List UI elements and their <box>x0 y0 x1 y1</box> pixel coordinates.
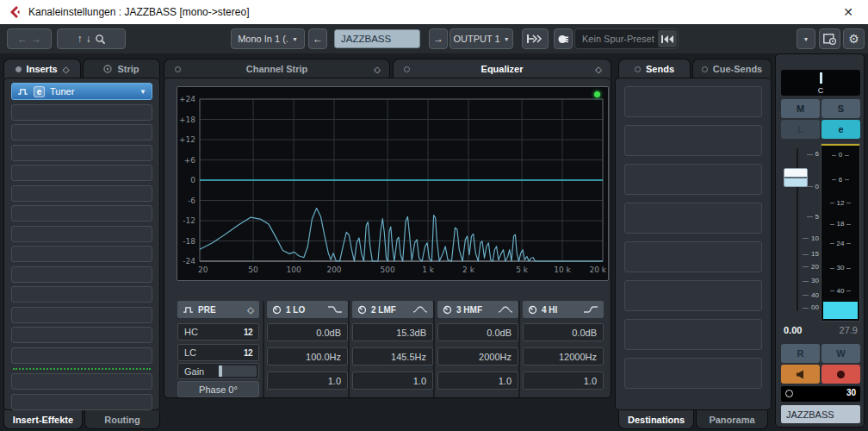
send-slot-empty[interactable] <box>624 319 762 350</box>
eq-band-1-header[interactable]: 1 LO <box>267 301 348 318</box>
insert-slot-empty[interactable] <box>11 205 152 222</box>
insert-slot-empty[interactable] <box>11 165 152 181</box>
send-slot-empty[interactable] <box>624 164 762 195</box>
volume-fader[interactable]: 605101520304000 <box>781 143 819 322</box>
layout-dropdown-button[interactable]: ▼ <box>797 28 815 49</box>
insert-slot-empty[interactable] <box>11 124 152 141</box>
send-slot-empty[interactable] <box>624 358 762 389</box>
eq-band-3-gain[interactable]: 0.0dB <box>437 323 518 341</box>
preset-compare-button[interactable] <box>658 30 677 47</box>
edit-plugin-icon[interactable]: e <box>34 86 45 97</box>
meter-mode-icon[interactable] <box>785 390 793 397</box>
insert-slot-empty[interactable] <box>11 226 152 242</box>
eq-band-4-q[interactable]: 1.0 <box>523 372 604 390</box>
tab-sends[interactable]: Sends <box>618 59 691 78</box>
diamond-icon[interactable]: ◇ <box>595 65 602 74</box>
settings-gear-button[interactable]: ⚙ <box>843 28 865 49</box>
lc-filter-field[interactable]: LC 12 <box>177 344 259 361</box>
eq-graph[interactable]: +24+18+12+60-6-12-18-2420501002005001 k2… <box>177 86 609 281</box>
insert-slot-empty[interactable] <box>11 373 152 390</box>
insert-slot-empty[interactable] <box>11 266 152 283</box>
bell-icon[interactable] <box>412 304 428 315</box>
eq-band-4-gain[interactable]: 0.0dB <box>523 323 604 341</box>
hc-slope-value[interactable]: 12 <box>244 328 252 337</box>
knob-icon[interactable] <box>443 305 452 315</box>
monitor-button[interactable] <box>781 365 820 384</box>
insert-slot-empty[interactable] <box>11 307 152 323</box>
eq-band-2-freq[interactable]: 145.5Hz <box>352 347 433 365</box>
knob-icon[interactable] <box>528 305 537 315</box>
solo-button[interactable]: S <box>822 99 860 118</box>
eq-band-1-q[interactable]: 1.0 <box>267 372 348 390</box>
tab-routing[interactable]: Routing <box>84 410 160 429</box>
high-shelf-icon[interactable] <box>583 304 598 315</box>
insert-slot-empty[interactable] <box>11 327 152 343</box>
edit-channel-button[interactable]: e <box>822 120 860 139</box>
cue-sends-state-icon[interactable] <box>702 66 708 72</box>
eq-band-2-q[interactable]: 1.0 <box>352 372 433 390</box>
channel-name-input[interactable] <box>334 29 420 48</box>
send-slot-empty[interactable] <box>624 241 762 272</box>
channel-nav-group[interactable]: ↑ ↓ <box>57 28 126 49</box>
eq-band-1-freq[interactable]: 100.0Hz <box>267 347 348 365</box>
eq-band-3-freq[interactable]: 2000Hz <box>437 347 518 365</box>
meter-options-bar[interactable]: 30 <box>781 386 860 402</box>
tab-panorama[interactable]: Panorama <box>696 410 768 429</box>
tab-strip[interactable]: Strip <box>83 59 160 78</box>
history-nav-group[interactable]: ← → <box>7 28 52 49</box>
write-automation-button[interactable]: W <box>822 344 860 363</box>
knob-icon[interactable] <box>357 305 367 315</box>
eq-band-3-header[interactable]: 3 HMF <box>437 301 518 318</box>
insert-slot-empty[interactable] <box>11 286 152 303</box>
lc-slope-value[interactable]: 12 <box>244 348 252 358</box>
listen-button[interactable]: L <box>781 120 820 139</box>
eq-band-3-q[interactable]: 1.0 <box>437 372 518 390</box>
diamond-icon[interactable]: ◇ <box>63 65 70 74</box>
chevron-down-icon[interactable]: ▼ <box>140 88 146 96</box>
back-icon[interactable]: ← <box>17 33 28 45</box>
tab-inserts[interactable]: Inserts ◇ <box>3 59 81 78</box>
insert-slot-empty[interactable] <box>11 104 152 121</box>
eq-band-2-gain[interactable]: 15.3dB <box>352 323 433 341</box>
insert-slot-tuner[interactable]: e Tuner ▼ <box>11 83 152 100</box>
send-slot-empty[interactable] <box>624 203 762 234</box>
bypass-icon[interactable] <box>17 88 28 96</box>
pre-header[interactable]: PRE ◇ <box>177 301 259 318</box>
knob-icon[interactable] <box>272 305 282 315</box>
sends-state-icon[interactable] <box>635 66 641 72</box>
track-preset-field[interactable]: Kein Spur-Preset <box>574 28 679 49</box>
direct-routing-button[interactable] <box>522 28 549 49</box>
pre-gain-slider[interactable]: Gain <box>177 363 259 379</box>
tab-equalizer[interactable]: Equalizer ◇ <box>393 59 611 78</box>
output-routing-select[interactable]: OUTPUT 1 ▼ <box>450 28 513 49</box>
mute-button[interactable]: M <box>781 99 820 118</box>
send-slot-empty[interactable] <box>624 125 762 156</box>
gain-slider-thumb[interactable] <box>219 365 222 377</box>
tab-cue-sends[interactable]: Cue-Sends <box>692 59 772 78</box>
pan-control[interactable]: C <box>781 70 860 96</box>
send-slot-empty[interactable] <box>624 86 762 117</box>
hc-filter-field[interactable]: HC 12 <box>177 323 259 340</box>
low-shelf-icon[interactable] <box>327 304 343 315</box>
channel-down-icon[interactable]: ↓ <box>86 33 91 45</box>
diamond-icon[interactable]: ◇ <box>247 305 254 315</box>
window-setup-button[interactable] <box>819 28 840 49</box>
tab-insert-effekte[interactable]: Insert-Effekte <box>3 410 83 429</box>
tab-destinations[interactable]: Destinations <box>618 410 694 429</box>
tab-channel-strip[interactable]: Channel Strip ◇ <box>164 59 390 78</box>
insert-slot-empty[interactable] <box>11 347 152 364</box>
eq-band-4-header[interactable]: 4 HI <box>523 301 604 318</box>
insert-slot-empty[interactable] <box>11 394 152 410</box>
peak-value[interactable]: 27.9 <box>840 325 858 335</box>
fader-value[interactable]: 0.00 <box>784 325 802 335</box>
eq-band-1-gain[interactable]: 0.0dB <box>267 323 348 341</box>
preset-browser-button[interactable] <box>554 28 573 49</box>
insert-slot-empty[interactable] <box>11 246 152 262</box>
insert-slot-empty[interactable] <box>11 185 152 202</box>
eq-graph-canvas[interactable]: +24+18+12+60-6-12-18-2420501002005001 k2… <box>177 87 608 280</box>
send-slot-empty[interactable] <box>624 280 762 311</box>
eq-band-2-header[interactable]: 2 LMF <box>352 301 433 318</box>
diamond-icon[interactable]: ◇ <box>374 65 381 74</box>
bell-icon[interactable] <box>498 304 513 315</box>
track-name-plate[interactable]: JAZZBASS <box>781 405 860 423</box>
